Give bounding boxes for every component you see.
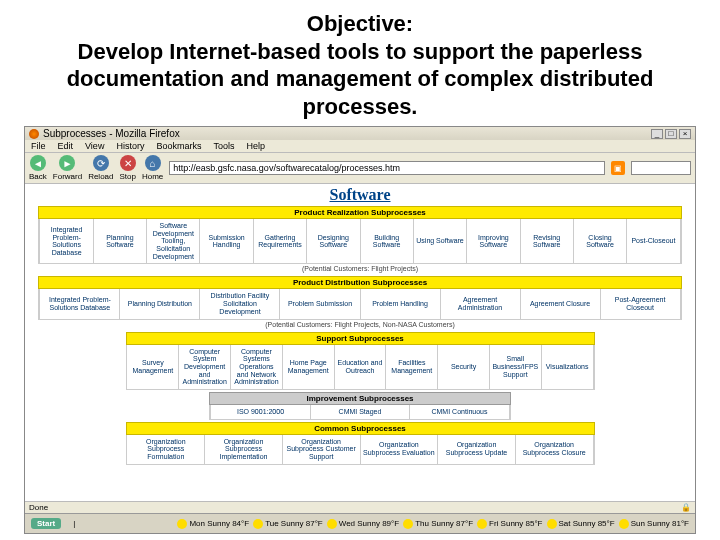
titlebar: Subprocesses - Mozilla Firefox _ □ × <box>25 127 695 140</box>
table-cell[interactable]: Post-Closeout <box>627 219 680 264</box>
weather-day: Wed Sunny 89°F <box>327 519 399 529</box>
objective-text: Develop Internet-based tools to support … <box>40 38 680 121</box>
table-cell[interactable]: Submission Handling <box>200 219 253 264</box>
section-3: Improvement SubprocessesISO 9001:2000CMM… <box>209 392 511 420</box>
search-box[interactable] <box>631 161 691 175</box>
sun-icon <box>619 519 629 529</box>
menu-file[interactable]: File <box>31 141 46 151</box>
table-cell[interactable]: Computer Systems Operations and Network … <box>231 345 283 390</box>
table-cell[interactable]: Organization Subprocess Evaluation <box>361 435 439 465</box>
url-input[interactable] <box>169 161 605 175</box>
window-controls: _ □ × <box>651 129 691 139</box>
table-cell[interactable]: Home Page Management <box>283 345 335 390</box>
weather-day: Sat Sunny 85°F <box>547 519 615 529</box>
menu-history[interactable]: History <box>116 141 144 151</box>
weather-tray: Mon Sunny 84°FTue Sunny 87°FWed Sunny 89… <box>177 519 689 529</box>
table-cell[interactable]: Gathering Requirements <box>254 219 307 264</box>
section-header: Improvement Subprocesses <box>209 392 511 405</box>
home-button[interactable]: ⌂Home <box>142 155 163 181</box>
table-cell[interactable]: Using Software <box>414 219 467 264</box>
table-cell[interactable]: Agreement Administration <box>441 289 521 319</box>
table-cell[interactable]: Integrated Problem-Solutions Database <box>39 219 93 264</box>
weather-day: Sun Sunny 81°F <box>619 519 689 529</box>
status-icons: 🔒 <box>681 503 691 512</box>
table-cell[interactable]: Software Development Tooling, Solicitati… <box>147 219 200 264</box>
slide-header: Objective: Develop Internet-based tools … <box>0 0 720 126</box>
toolbar: ◄Back ►Forward ⟳Reload ✕Stop ⌂Home ▣ <box>25 153 695 184</box>
table-cell[interactable]: ISO 9001:2000 <box>210 405 311 420</box>
page-title: Software <box>329 186 390 204</box>
menu-help[interactable]: Help <box>246 141 265 151</box>
table-cell[interactable]: Closing Software <box>574 219 627 264</box>
table-cell[interactable]: Post-Agreement Closeout <box>601 289 681 319</box>
table-cell[interactable]: Problem Handling <box>361 289 441 319</box>
close-button[interactable]: × <box>679 129 691 139</box>
weather-day: Mon Sunny 84°F <box>177 519 249 529</box>
table-cell[interactable]: Planning Software <box>94 219 147 264</box>
section-subtext: (Potential Customers: Flight Projects, N… <box>38 320 681 330</box>
forward-button[interactable]: ►Forward <box>53 155 82 181</box>
table-cell[interactable]: Security <box>438 345 490 390</box>
objective-label: Objective: <box>40 10 680 38</box>
table-cell[interactable]: Small Business/IFPS Support <box>490 345 542 390</box>
menu-bookmarks[interactable]: Bookmarks <box>156 141 201 151</box>
page-content: Software Product Realization Subprocesse… <box>25 184 695 501</box>
table-cell[interactable]: Education and Outreach <box>335 345 387 390</box>
menu-tools[interactable]: Tools <box>213 141 234 151</box>
table-cell[interactable]: Integrated Problem-Solutions Database <box>39 289 120 319</box>
sun-icon <box>547 519 557 529</box>
table-cell[interactable]: Revising Software <box>521 219 574 264</box>
rss-icon[interactable]: ▣ <box>611 161 625 175</box>
section-header: Product Distribution Subprocesses <box>38 276 681 289</box>
address-bar[interactable] <box>169 161 605 175</box>
table-cell[interactable]: Problem Submission <box>280 289 360 319</box>
maximize-button[interactable]: □ <box>665 129 677 139</box>
table-cell[interactable]: Survey Management <box>126 345 179 390</box>
firefox-icon <box>29 129 39 139</box>
table-cell[interactable]: CMMI Staged <box>311 405 411 420</box>
back-button[interactable]: ◄Back <box>29 155 47 181</box>
menu-edit[interactable]: Edit <box>58 141 74 151</box>
taskbar-sep: | <box>73 519 75 528</box>
table-cell[interactable]: Organization Subprocess Implementation <box>205 435 283 465</box>
menubar: File Edit View History Bookmarks Tools H… <box>25 140 695 153</box>
table-row: Organization Subprocess FormulationOrgan… <box>126 435 595 465</box>
section-subtext: (Potential Customers: Flight Projects) <box>38 264 681 274</box>
sun-icon <box>327 519 337 529</box>
sun-icon <box>253 519 263 529</box>
table-cell[interactable]: Planning Distribution <box>120 289 200 319</box>
table-cell[interactable]: Organization Subprocess Update <box>438 435 516 465</box>
minimize-button[interactable]: _ <box>651 129 663 139</box>
slide: Objective: Develop Internet-based tools … <box>0 0 720 540</box>
taskbar: Start | Mon Sunny 84°FTue Sunny 87°FWed … <box>25 513 695 533</box>
table-cell[interactable]: CMMI Continuous <box>410 405 510 420</box>
table-cell[interactable]: Designing Software <box>307 219 360 264</box>
table-cell[interactable]: Facilities Management <box>386 345 438 390</box>
window-title: Subprocesses - Mozilla Firefox <box>43 128 180 139</box>
section-1: Product Distribution SubprocessesIntegra… <box>38 276 681 329</box>
menu-view[interactable]: View <box>85 141 104 151</box>
table-cell[interactable]: Agreement Closure <box>521 289 601 319</box>
table-row: Integrated Problem-Solutions DatabasePla… <box>38 219 681 264</box>
browser-window: Subprocesses - Mozilla Firefox _ □ × Fil… <box>24 126 696 534</box>
table-cell[interactable]: Distribution Facility Solicitation Devel… <box>200 289 280 319</box>
section-2: Support SubprocessesSurvey ManagementCom… <box>126 332 595 390</box>
table-cell[interactable]: Organization Subprocess Formulation <box>126 435 205 465</box>
sun-icon <box>477 519 487 529</box>
start-button[interactable]: Start <box>31 518 61 529</box>
reload-button[interactable]: ⟳Reload <box>88 155 113 181</box>
table-cell[interactable]: Organization Subprocess Closure <box>516 435 594 465</box>
table-cell[interactable]: Building Software <box>361 219 414 264</box>
table-cell[interactable]: Organization Subprocess Customer Support <box>283 435 361 465</box>
table-cell[interactable]: Computer System Development and Administ… <box>179 345 231 390</box>
statusbar: Done 🔒 <box>25 501 695 513</box>
section-header: Common Subprocesses <box>126 422 595 435</box>
table-row: ISO 9001:2000CMMI StagedCMMI Continuous <box>209 405 511 420</box>
weather-day: Thu Sunny 87°F <box>403 519 473 529</box>
table-cell[interactable]: Visualizations <box>542 345 594 390</box>
sun-icon <box>403 519 413 529</box>
weather-day: Tue Sunny 87°F <box>253 519 323 529</box>
status-text: Done <box>29 503 48 512</box>
stop-button[interactable]: ✕Stop <box>120 155 136 181</box>
table-cell[interactable]: Improving Software <box>467 219 520 264</box>
